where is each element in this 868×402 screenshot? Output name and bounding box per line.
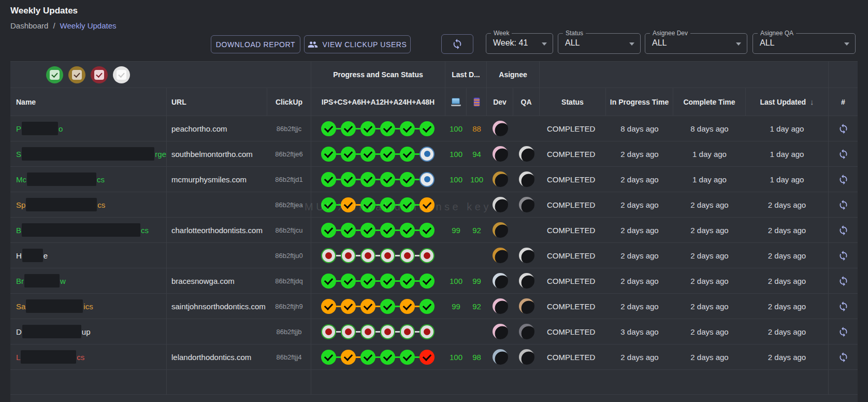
complete-time-cell: 2 days ago: [673, 344, 746, 369]
toggle-red-checkbox-icon[interactable]: [91, 66, 108, 83]
refresh-button[interactable]: [441, 34, 473, 54]
column-header-status-label: Status: [561, 98, 584, 106]
checkbox-icon: [117, 70, 126, 80]
column-header-progress-chain[interactable]: IPS+CS+A6H+A12H+A24H+A48H: [311, 88, 445, 116]
toggle-green-checkbox-icon[interactable]: [46, 66, 63, 83]
column-header-status[interactable]: Status: [540, 88, 606, 116]
dev-avatar: [493, 248, 508, 263]
row-refresh-button[interactable]: [838, 149, 849, 160]
column-header-last-updated[interactable]: Last Updated ↓: [746, 88, 829, 116]
progress-chain: [311, 294, 445, 319]
row-refresh-button[interactable]: [838, 352, 849, 363]
complete-time-cell: 2 days ago: [673, 268, 746, 293]
status-dot-icon: [419, 248, 435, 263]
row-refresh-button[interactable]: [838, 123, 849, 134]
column-header-desktop-score[interactable]: [445, 88, 467, 116]
mobile-score-cell: [467, 243, 487, 268]
clickup-id-cell: 86b2ftjjb: [267, 319, 311, 344]
toggle-gray-checkbox-icon[interactable]: [113, 66, 130, 83]
site-name-suffix: cs: [97, 175, 105, 184]
row-refresh-button[interactable]: [838, 199, 849, 210]
asignee-dev-select[interactable]: Asignee Dev ALL: [645, 33, 747, 54]
last-updated: 2 days ago: [768, 302, 806, 311]
breadcrumb-dashboard[interactable]: Dashboard: [10, 21, 48, 30]
sync-icon: [838, 276, 849, 286]
dev-avatar: [493, 298, 508, 314]
status-dot-icon: [321, 248, 336, 263]
complete-time-cell: 2 days ago: [673, 218, 746, 242]
row-refresh-button[interactable]: [838, 301, 849, 312]
table-row: He86b2ftju0COMPLETED2 days ago2 days ago…: [10, 243, 858, 268]
sync-icon: [838, 174, 849, 185]
url-cell: [167, 192, 267, 217]
desktop-score-cell: 100: [445, 167, 467, 192]
group-header-hash-spacer: [829, 62, 858, 88]
status-check-icon: [360, 299, 375, 314]
checkbox-icon: [94, 70, 104, 80]
status-check-icon: [400, 197, 415, 212]
status-dot-icon: [400, 324, 415, 339]
people-icon: [308, 39, 318, 50]
download-report-label: DOWNLOAD REPORT: [216, 40, 295, 49]
last-updated: 2 days ago: [768, 200, 806, 209]
column-header-dev[interactable]: Dev: [487, 88, 513, 116]
chevron-down-icon: [629, 42, 634, 46]
view-clickup-users-button[interactable]: VIEW CLICKUP USERS: [304, 35, 411, 53]
site-name: Br: [16, 277, 24, 285]
mobile-score-cell: 92: [467, 294, 487, 319]
clickup-id: 86b2ftjj4: [276, 353, 301, 361]
table-row: Mccsmcmurphysmiles.com86b2ftjd1100100COM…: [10, 167, 858, 192]
site-name: L: [16, 353, 20, 362]
group-header-asignee: Asignee: [487, 62, 540, 88]
column-header-name[interactable]: Name: [10, 88, 167, 116]
complete-time: 2 days ago: [690, 200, 728, 209]
status-cell: COMPLETED: [540, 192, 606, 217]
chevron-down-icon: [542, 42, 547, 46]
mobile-score: 94: [472, 150, 481, 159]
status-select[interactable]: Status ALL: [558, 33, 641, 54]
status-check-icon: [380, 299, 395, 314]
chevron-down-icon: [844, 42, 849, 46]
week-select[interactable]: Week Week: 41: [486, 33, 553, 54]
status-dot-icon: [380, 324, 395, 339]
column-header-mobile-score[interactable]: [467, 88, 487, 116]
row-refresh-button[interactable]: [838, 276, 849, 286]
row-refresh-button[interactable]: [838, 250, 849, 261]
column-header-complete-time[interactable]: Complete Time: [673, 88, 746, 116]
site-name-suffix: cs: [97, 200, 105, 209]
row-refresh-cell: [829, 344, 858, 369]
complete-time: 2 days ago: [690, 327, 728, 336]
chain-connector: [415, 229, 419, 231]
mobile-score: 92: [472, 302, 481, 311]
column-header-clickup[interactable]: ClickUp: [267, 88, 311, 116]
column-header-last-updated-label: Last Updated: [760, 98, 806, 106]
last-updated-cell: 2 days ago: [746, 268, 829, 293]
laptop-icon: [451, 98, 461, 106]
status-check-icon: [400, 274, 415, 289]
chain-connector: [375, 179, 380, 180]
asignee-qa-select[interactable]: Asignee QA ALL: [753, 33, 856, 54]
status-check-icon: [419, 299, 435, 314]
row-refresh-button[interactable]: [838, 225, 849, 236]
row-refresh-button[interactable]: [838, 174, 849, 185]
download-report-button[interactable]: DOWNLOAD REPORT: [211, 35, 300, 53]
dev-avatar-cell: [487, 243, 513, 268]
toggle-amber-checkbox-icon[interactable]: [68, 66, 85, 83]
clickup-id: 86b2ftjh9: [275, 303, 303, 310]
mobile-score-cell: 94: [467, 141, 487, 166]
row-refresh-button[interactable]: [838, 326, 849, 337]
site-name-suffix: o: [59, 124, 63, 133]
chain-connector: [395, 280, 400, 282]
column-header-in-progress-time[interactable]: In Progress Time: [606, 88, 673, 116]
arrow-down-icon[interactable]: ↓: [810, 97, 814, 106]
dev-avatar-cell: [487, 116, 513, 141]
column-header-qa[interactable]: QA: [513, 88, 540, 116]
url-cell: [167, 243, 267, 268]
column-header-progress-chain-label: IPS+CS+A6H+A12H+A24H+A48H: [322, 98, 435, 106]
sync-icon: [838, 225, 849, 236]
column-header-url[interactable]: URL: [167, 88, 267, 116]
progress-chain: [311, 268, 445, 293]
in-progress-time-cell: 2 days ago: [606, 243, 673, 268]
qa-avatar-cell: [513, 243, 540, 268]
status-dot-icon: [360, 324, 375, 339]
